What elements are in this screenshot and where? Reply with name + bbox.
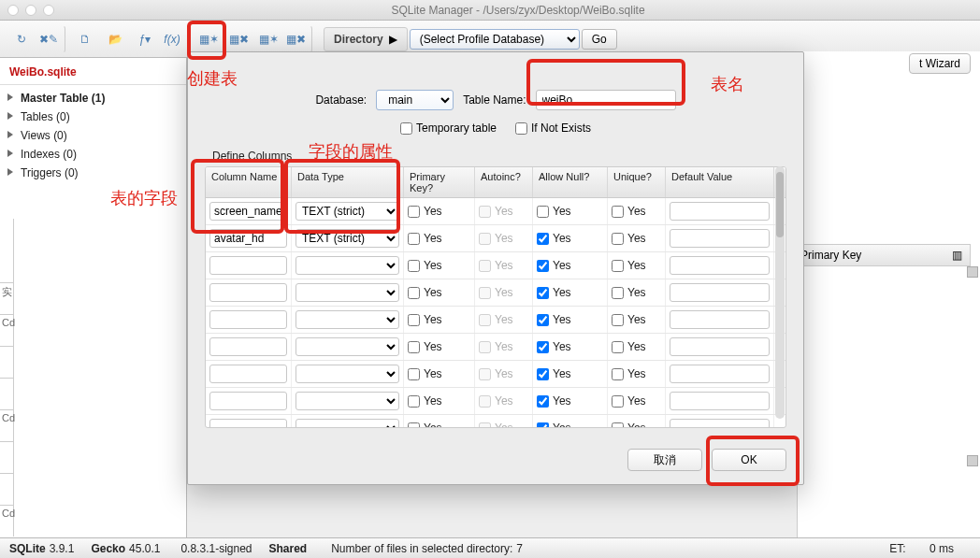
- default-value-input[interactable]: [670, 283, 770, 302]
- temporary-checkbox[interactable]: [400, 122, 412, 135]
- unique-checkbox[interactable]: [612, 233, 624, 245]
- default-value-input[interactable]: [670, 202, 770, 221]
- rename-table-button[interactable]: ▦✖: [284, 25, 312, 53]
- column-name-input[interactable]: [209, 283, 287, 302]
- unique-checkbox[interactable]: [612, 287, 624, 299]
- unique-checkbox[interactable]: [612, 314, 624, 326]
- default-value-input[interactable]: [670, 392, 770, 410]
- column-name-input[interactable]: [209, 202, 287, 221]
- traffic-light-minimize[interactable]: [25, 5, 36, 16]
- unique-checkbox[interactable]: [612, 422, 624, 429]
- db-filename[interactable]: WeiBo.sqlite: [0, 58, 186, 85]
- grid-scrollbar[interactable]: [775, 166, 785, 419]
- new-db-button[interactable]: 🗋: [71, 25, 99, 53]
- column-name-input[interactable]: [209, 256, 287, 275]
- tools-button[interactable]: ✖✎: [37, 25, 65, 53]
- allow-null-checkbox[interactable]: [537, 206, 549, 218]
- data-type-select[interactable]: [295, 283, 399, 302]
- tree-indexes[interactable]: Indexes (0): [0, 145, 186, 164]
- ok-button[interactable]: OK: [712, 449, 786, 471]
- default-value-input[interactable]: [670, 229, 770, 248]
- refresh-button[interactable]: ↻: [7, 25, 36, 53]
- default-value-input[interactable]: [670, 365, 770, 383]
- column-name-input[interactable]: [209, 337, 287, 356]
- function-button[interactable]: ƒ▾: [131, 25, 159, 53]
- yes-label: Yes: [495, 422, 513, 428]
- data-type-select[interactable]: [295, 337, 399, 356]
- pk-checkbox[interactable]: [408, 233, 420, 245]
- data-type-select[interactable]: [295, 392, 399, 410]
- tree-views[interactable]: Views (0): [0, 126, 186, 145]
- data-type-select[interactable]: TEXT (strict): [295, 202, 399, 221]
- allow-null-checkbox[interactable]: [537, 341, 549, 353]
- tree-tables[interactable]: Tables (0): [0, 107, 186, 126]
- pk-checkbox[interactable]: [408, 341, 420, 353]
- allow-null-checkbox[interactable]: [537, 422, 549, 429]
- pk-checkbox[interactable]: [408, 260, 420, 272]
- right-scrollbar[interactable]: [967, 266, 978, 472]
- cancel-button[interactable]: 取消: [627, 449, 702, 471]
- tree-master-table[interactable]: Master Table (1): [0, 89, 186, 107]
- unique-checkbox[interactable]: [612, 368, 624, 380]
- pk-checkbox[interactable]: [408, 368, 420, 380]
- pk-checkbox[interactable]: [408, 206, 420, 218]
- allow-null-checkbox[interactable]: [537, 287, 549, 299]
- allow-null-checkbox[interactable]: [537, 260, 549, 272]
- default-value-input[interactable]: [670, 256, 770, 275]
- pk-checkbox[interactable]: [408, 314, 420, 326]
- ifnotexists-checkbox[interactable]: [515, 122, 527, 135]
- column-name-input[interactable]: [209, 229, 287, 248]
- column-name-input[interactable]: [209, 365, 287, 383]
- data-type-select[interactable]: TEXT (strict): [295, 229, 399, 248]
- pk-checkbox[interactable]: [408, 395, 420, 408]
- database-select[interactable]: main: [376, 90, 454, 110]
- go-button[interactable]: Go: [582, 29, 617, 50]
- fx-button[interactable]: f(x): [161, 25, 189, 53]
- data-type-select[interactable]: [295, 310, 399, 329]
- right-column-header: Primary Key ▥: [792, 244, 971, 266]
- temporary-table-option[interactable]: Temporary table: [400, 122, 497, 135]
- traffic-light-zoom[interactable]: [43, 5, 54, 16]
- column-name-input[interactable]: [209, 392, 287, 410]
- yes-label: Yes: [424, 205, 442, 218]
- default-value-input[interactable]: [670, 310, 770, 329]
- if-not-exists-option[interactable]: If Not Exists: [515, 122, 591, 135]
- scroll-up-icon[interactable]: [967, 266, 978, 278]
- default-value-input[interactable]: [670, 419, 770, 428]
- header-picker-icon[interactable]: ▥: [952, 249, 962, 262]
- tree-triggers[interactable]: Triggers (0): [0, 164, 186, 182]
- window-titlebar: SQLite Manager - /Users/zyx/Desktop/WeiB…: [0, 0, 980, 21]
- allow-null-checkbox[interactable]: [537, 368, 549, 380]
- open-db-button[interactable]: 📂: [101, 25, 129, 53]
- allow-null-checkbox[interactable]: [537, 233, 549, 245]
- data-type-select[interactable]: [295, 419, 399, 428]
- play-icon[interactable]: ▶: [389, 33, 397, 46]
- unique-checkbox[interactable]: [612, 395, 624, 408]
- create-table-button[interactable]: ▦✶: [195, 25, 223, 53]
- directory-label: Directory: [334, 33, 383, 46]
- unique-checkbox[interactable]: [612, 260, 624, 272]
- default-value-input[interactable]: [670, 337, 770, 356]
- column-name-input[interactable]: [209, 310, 287, 329]
- yes-label: Yes: [553, 259, 571, 272]
- grid-scrollbar-thumb[interactable]: [776, 172, 784, 237]
- wizard-button[interactable]: t Wizard: [909, 53, 971, 74]
- column-name-input[interactable]: [209, 419, 287, 428]
- scroll-down-icon[interactable]: [967, 455, 978, 466]
- unique-checkbox[interactable]: [612, 341, 624, 353]
- data-type-select[interactable]: [295, 256, 399, 275]
- unique-checkbox[interactable]: [612, 206, 624, 218]
- copy-table-button[interactable]: ▦✶: [254, 25, 282, 53]
- yes-label: Yes: [553, 313, 571, 326]
- data-type-select[interactable]: [295, 365, 399, 383]
- left-strip: 实 Cd Cd Cd: [0, 219, 14, 537]
- pk-checkbox[interactable]: [408, 422, 420, 429]
- traffic-light-close[interactable]: [7, 5, 19, 16]
- ifnotexists-label-text: If Not Exists: [531, 122, 591, 135]
- tablename-input[interactable]: [536, 90, 676, 110]
- pk-checkbox[interactable]: [408, 287, 420, 299]
- allow-null-checkbox[interactable]: [537, 314, 549, 326]
- profile-database-select[interactable]: (Select Profile Database): [410, 29, 580, 50]
- drop-table-button[interactable]: ▦✖: [224, 25, 252, 53]
- allow-null-checkbox[interactable]: [537, 395, 549, 408]
